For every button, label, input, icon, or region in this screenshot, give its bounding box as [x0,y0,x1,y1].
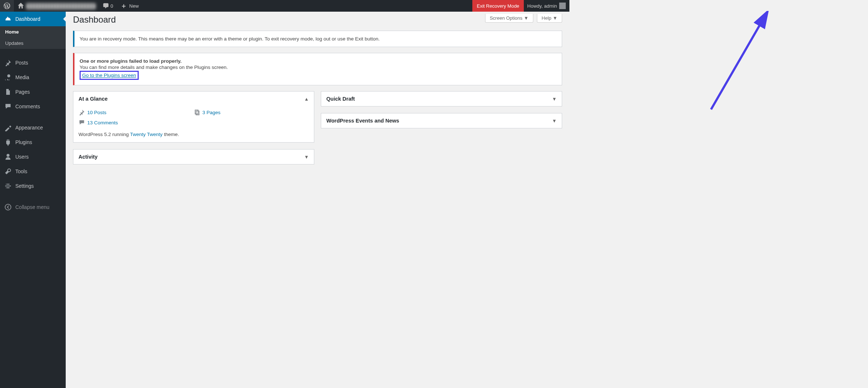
menu-dashboard[interactable]: Dashboard [0,12,66,26]
plus-icon: ＋ [120,3,127,9]
submenu-updates[interactable]: Updates [0,38,66,49]
widget-at-a-glance: At a Glance ▲ 10 Posts 3 Pages [73,91,314,143]
avatar [559,3,566,9]
menu-label: Users [15,154,29,160]
pin-icon [78,109,85,116]
wordpress-icon [4,3,10,9]
comment-icon [103,3,109,9]
comment-icon [78,119,85,126]
exit-recovery-mode[interactable]: Exit Recovery Mode [472,0,523,12]
menu-label: Tools [15,168,27,174]
plugin-error-notice: One or more plugins failed to load prope… [73,53,562,85]
widget-header[interactable]: At a Glance ▲ [73,92,314,106]
comment-count: 0 [111,3,113,9]
menu-settings[interactable]: Settings [0,179,66,179]
go-to-plugins-link[interactable]: Go to the Plugins screen [82,73,136,78]
widget-title: Quick Draft [326,96,355,102]
wp-version-status: WordPress 5.2 running Twenty Twenty them… [78,132,309,137]
menu-label: Media [15,74,29,80]
widget-header[interactable]: Activity ▼ [73,150,314,164]
menu-media[interactable]: Media [0,70,66,85]
help-toggle[interactable]: Help ▼ [537,14,562,23]
glance-comments[interactable]: 13 Comments [78,119,194,126]
theme-link[interactable]: Twenty Twenty [130,132,162,137]
widget-title: WordPress Events and News [326,118,399,124]
site-name: ███████████████████████ [26,3,95,9]
widget-header[interactable]: Quick Draft ▼ [321,92,562,106]
comments-bubble[interactable]: 0 [99,0,117,12]
glance-posts[interactable]: 10 Posts [78,109,194,116]
glance-pages[interactable]: 3 Pages [194,109,309,116]
recovery-mode-notice: You are in recovery mode. This means the… [73,31,562,47]
widget-title: Activity [78,154,97,160]
howdy-label: Howdy, admin [527,3,557,9]
recovery-notice-text: You are in recovery mode. This means the… [80,36,557,42]
widget-header[interactable]: WordPress Events and News ▼ [321,113,562,128]
home-icon [18,3,24,9]
menu-posts[interactable]: Posts [0,55,66,70]
widget-wp-news: WordPress Events and News ▼ [321,113,562,128]
menu-plugins[interactable]: Plugins [0,135,66,150]
wp-logo[interactable] [0,0,14,12]
user-icon [4,153,12,160]
tools-icon [4,168,12,175]
plugin-error-heading: One or more plugins failed to load prope… [80,58,182,64]
page-icon [4,88,12,96]
menu-appearance[interactable]: Appearance [0,120,66,135]
menu-label: Appearance [15,125,43,131]
menu-label: Plugins [15,139,32,145]
menu-comments[interactable]: Comments [0,99,66,114]
menu-label: Pages [15,89,30,95]
pages-icon [194,109,200,116]
chevron-down-icon: ▼ [304,154,309,160]
menu-tools[interactable]: Tools [0,164,66,179]
admin-sidebar: Dashboard Home Updates Posts Media Pages… [0,12,66,179]
new-content[interactable]: ＋ New [117,0,142,12]
widget-activity: Activity ▼ [73,149,314,164]
menu-users[interactable]: Users [0,150,66,164]
media-icon [4,74,12,81]
plugin-icon [4,139,12,146]
annotation-highlight: Go to the Plugins screen [80,71,139,80]
menu-label: Dashboard [15,16,41,22]
menu-label: Posts [15,60,28,66]
screen-options-toggle[interactable]: Screen Options ▼ [485,14,533,23]
comment-icon [4,103,12,110]
account-menu[interactable]: Howdy, admin [524,0,569,12]
pin-icon [4,59,12,66]
main-content: Screen Options ▼ Help ▼ Dashboard You ar… [66,12,569,179]
appearance-icon [4,124,12,131]
new-label: New [129,3,139,9]
widget-title: At a Glance [78,96,108,102]
chevron-down-icon: ▼ [552,96,557,102]
menu-pages[interactable]: Pages [0,85,66,99]
plugin-error-body: You can find more details and make chang… [80,65,557,70]
dashboard-icon [4,15,12,23]
widget-quick-draft: Quick Draft ▼ [321,91,562,106]
menu-label: Comments [15,104,40,109]
submenu-home[interactable]: Home [0,26,66,38]
chevron-down-icon: ▼ [552,118,557,124]
admin-bar: ███████████████████████ 0 ＋ New Exit Rec… [0,0,569,12]
site-home[interactable]: ███████████████████████ [14,0,99,12]
chevron-up-icon: ▲ [304,96,309,102]
